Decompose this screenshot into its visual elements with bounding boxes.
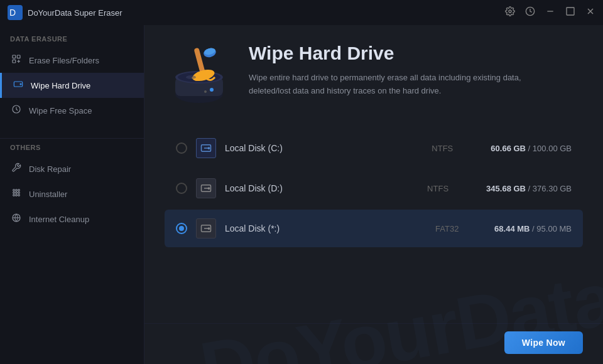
disk-size-d: 345.68 GB / 376.30 GB [486,184,572,193]
svg-rect-9 [17,55,20,58]
svg-point-38 [204,90,207,93]
app-logo: D [8,5,23,20]
page-description: Wipe entire hard drive to permanently er… [249,72,550,98]
radio-disk-star[interactable] [176,223,187,234]
disk-icon-d [196,178,216,198]
settings-icon[interactable] [505,6,515,19]
hero-icon [165,43,234,112]
svg-point-2 [509,10,511,13]
hero-section: Wipe Hard Drive Wipe entire hard drive t… [165,43,583,112]
erase-files-icon [10,54,23,67]
svg-point-41 [208,147,209,149]
sidebar: Data Erasure Erase Files/Folders [0,25,144,364]
page-title: Wipe Hard Drive [249,43,550,64]
disk-name-c: Local Disk (C:) [225,143,423,153]
disk-used-star: 68.44 MB [494,224,530,233]
svg-point-47 [208,228,209,229]
svg-point-20 [13,192,15,194]
disk-icon-star [196,218,216,238]
disk-size-c: 60.66 GB / 100.00 GB [491,144,572,153]
titlebar-controls [505,6,595,19]
titlebar: D DoYourData Super Eraser [0,0,603,25]
disk-sep-d: / [528,184,533,193]
disk-repair-icon [10,163,23,175]
sidebar-item-wipe-free-space[interactable]: Wipe Free Space [0,98,144,123]
svg-point-23 [13,195,15,196]
svg-text:D: D [9,8,16,18]
disk-used-d: 345.68 GB [486,184,526,193]
disk-name-d: Local Disk (D:) [225,183,418,193]
svg-point-15 [20,83,21,85]
disk-list: Local Disk (C:) NTFS 60.66 GB / 100.00 G… [165,129,583,311]
section-label-others: Others [0,144,144,156]
svg-point-17 [13,190,15,191]
disk-used-c: 60.66 GB [491,144,526,153]
internet-cleanup-icon [10,213,23,225]
sidebar-item-erase-files[interactable]: Erase Files/Folders [0,48,144,73]
sidebar-item-disk-repair[interactable]: Disk Repair [0,156,144,181]
disk-size-star: 68.44 MB / 95.00 MB [494,224,572,233]
radio-disk-c[interactable] [176,142,187,154]
disk-row-star[interactable]: Local Disk (*:) FAT32 68.44 MB / 95.00 M… [165,210,583,247]
sidebar-label-wipe-free-space: Wipe Free Space [29,106,92,115]
content-area: Wipe Hard Drive Wipe entire hard drive t… [144,25,603,323]
hero-text: Wipe Hard Drive Wipe entire hard drive t… [249,43,550,98]
maximize-icon[interactable] [565,6,575,19]
disk-fs-star: FAT32 [435,224,486,233]
wipe-hard-drive-icon [12,79,24,92]
close-icon[interactable] [585,6,595,19]
main-layout: Data Erasure Erase Files/Folders [0,25,603,364]
svg-point-44 [208,188,209,189]
history-icon[interactable] [525,6,535,19]
sidebar-label-internet-cleanup: Internet Cleanup [29,215,89,224]
svg-point-36 [186,75,196,79]
radio-inner-star [179,226,184,231]
minimize-icon[interactable] [545,6,555,19]
sidebar-label-erase-files: Erase Files/Folders [29,56,99,65]
sidebar-label-uninstaller: Uninstaller [29,190,67,199]
disk-name-star: Local Disk (*:) [225,223,426,233]
main-content: DoYourData [144,25,603,364]
wipe-now-button[interactable]: Wipe Now [504,331,583,354]
disk-fs-d: NTFS [427,184,477,193]
sidebar-item-uninstaller[interactable]: Uninstaller [0,181,144,206]
sidebar-item-internet-cleanup[interactable]: Internet Cleanup [0,206,144,232]
sidebar-item-wipe-hard-drive[interactable]: Wipe Hard Drive [0,73,144,98]
sidebar-label-wipe-hard-drive: Wipe Hard Drive [31,81,90,90]
uninstaller-icon [10,188,23,200]
disk-total-d: 376.30 GB [533,184,572,193]
radio-disk-d[interactable] [176,183,187,194]
svg-rect-8 [13,55,16,58]
svg-rect-5 [567,8,574,15]
svg-point-24 [16,195,18,196]
titlebar-left: D DoYourData Super Eraser [8,5,122,20]
disk-total-star: 95.00 MB [536,224,572,233]
svg-point-25 [18,195,20,196]
svg-point-21 [16,192,18,194]
svg-point-37 [210,88,214,92]
disk-icon-c [196,138,216,158]
disk-fs-c: NTFS [432,144,482,153]
sidebar-label-disk-repair: Disk Repair [29,164,71,174]
disk-row-d[interactable]: Local Disk (D:) NTFS 345.68 GB / 376.30 … [165,169,583,207]
svg-point-18 [16,190,18,191]
disk-sep-c: / [528,144,533,153]
section-label-data-erasure: Data Erasure [0,35,144,48]
app-title: DoYourData Super Eraser [28,8,122,18]
svg-rect-10 [13,60,16,63]
svg-point-22 [18,192,20,194]
disk-row-c[interactable]: Local Disk (C:) NTFS 60.66 GB / 100.00 G… [165,129,583,167]
svg-point-19 [18,190,20,191]
wipe-free-space-icon [10,104,23,117]
disk-total-c: 100.00 GB [533,144,572,153]
bottom-bar: Wipe Now [144,323,603,364]
